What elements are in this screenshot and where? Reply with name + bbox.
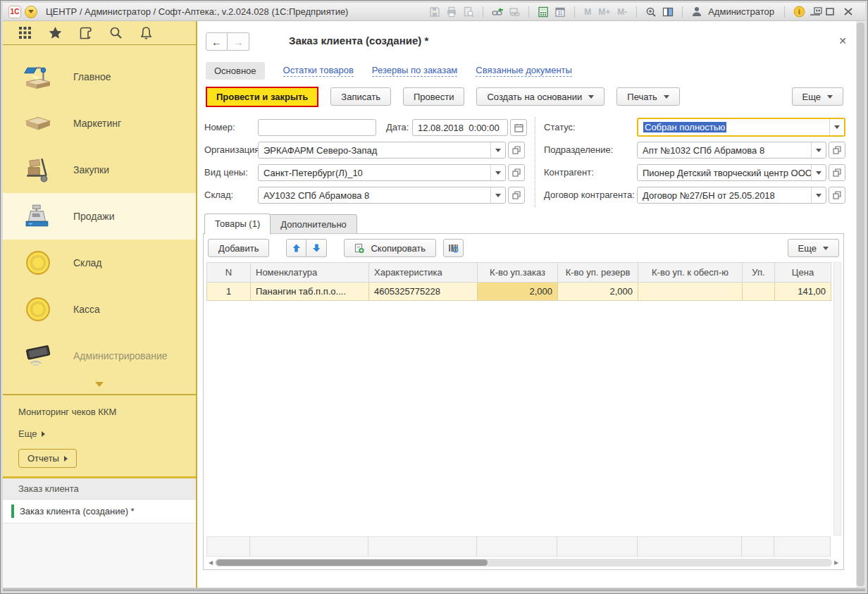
open-window-item[interactable]: Заказ клиента (создание) * (3, 500, 196, 524)
memory-minus-button[interactable]: M- (615, 7, 629, 17)
department-combo[interactable]: Апт №1032 СПб Абрамова 8 (637, 142, 826, 159)
print-preview-icon[interactable] (461, 5, 476, 19)
cell-kvo-rezerv[interactable]: 2,000 (558, 283, 638, 301)
col-nomenklatura[interactable]: Номенклатура (251, 263, 369, 283)
organization-open-button[interactable] (508, 142, 525, 159)
dropdown-button[interactable] (490, 165, 505, 180)
sections-collapse-chevron[interactable] (3, 379, 196, 387)
barcode-scan-button[interactable] (443, 239, 464, 257)
create-based-on-button[interactable]: Создать на основании (476, 87, 604, 106)
col-kvo-rezerv[interactable]: К-во уп. резерв (558, 263, 638, 283)
dock-window-icon[interactable] (809, 5, 823, 19)
split-window-icon[interactable] (661, 5, 675, 19)
date-calendar-button[interactable] (510, 119, 527, 136)
tab-tovary[interactable]: Товары (1) (204, 214, 271, 235)
menu-grid-icon[interactable] (17, 25, 32, 41)
items-more-button[interactable]: Еще (788, 239, 839, 257)
write-button[interactable]: Записать (330, 87, 391, 106)
scrollbar-thumb[interactable] (216, 559, 488, 566)
print-icon[interactable] (445, 5, 459, 19)
notifications-bell-icon[interactable] (138, 25, 154, 41)
close-form-icon[interactable]: ✕ (838, 35, 847, 47)
dropdown-button[interactable] (811, 142, 826, 158)
scrollbar-track[interactable] (215, 559, 832, 567)
cell-n[interactable]: 1 (207, 283, 251, 301)
col-kvo-zakaz[interactable]: К-во уп.заказ (478, 263, 558, 283)
table-row[interactable]: 1 Панангин таб.п.п.о.... 4605325775228 2… (207, 283, 831, 301)
col-up[interactable]: Уп. (743, 263, 775, 283)
reports-button[interactable]: Отчеты (18, 449, 77, 468)
post-button[interactable]: Провести (403, 87, 465, 106)
search-icon[interactable] (108, 25, 123, 41)
table-horizontal-scrollbar[interactable]: ◀ ▶ (206, 558, 841, 567)
tab-rezervy-po-zakazam[interactable]: Резервы по заказам (372, 65, 457, 77)
sidebar-more-link[interactable]: Еще (18, 428, 196, 439)
contract-combo[interactable]: Договор №27/БН от 25.05.2018 (637, 187, 826, 204)
counterparty-combo[interactable]: Пионер Детский творческий центр ООО (637, 164, 826, 181)
zoom-icon[interactable] (644, 5, 658, 19)
cell-kharakteristika[interactable]: 4605325775228 (369, 283, 478, 301)
info-icon[interactable]: i (792, 5, 806, 19)
cell-kvo-obespechenie[interactable] (638, 283, 743, 301)
forward-button[interactable]: → (228, 32, 249, 51)
close-icon[interactable] (844, 8, 860, 16)
monitoring-link[interactable]: Мониторинг чеков ККМ (18, 407, 196, 417)
add-link-icon[interactable] (490, 5, 504, 19)
move-up-button[interactable] (286, 239, 306, 257)
number-input[interactable] (258, 119, 376, 136)
scroll-left-arrow-icon[interactable]: ◀ (206, 558, 215, 567)
maximize-icon[interactable] (826, 8, 841, 16)
date-input[interactable]: 12.08.2018 0:00:00 (412, 119, 508, 136)
calendar-icon[interactable]: 31 (553, 5, 567, 19)
tab-ostatki-tovarov[interactable]: Остатки товаров (283, 65, 354, 77)
dropdown-button[interactable] (811, 187, 826, 203)
price-type-open-button[interactable] (508, 164, 525, 181)
table-vertical-scrollbar[interactable] (833, 262, 841, 536)
cell-up[interactable] (743, 283, 775, 301)
post-and-close-button[interactable]: Провести и закрыть (206, 87, 318, 107)
move-down-button[interactable] (306, 239, 327, 257)
col-kharakteristika[interactable]: Характеристика (369, 263, 478, 283)
tab-osnovnoe[interactable]: Основное (206, 62, 265, 80)
sidebar-item-zakupki[interactable]: Закупки (3, 147, 196, 193)
scrollbar-thumb[interactable] (857, 23, 864, 586)
print-button[interactable]: Печать (616, 87, 680, 106)
memory-plus-button[interactable]: M+ (596, 7, 612, 17)
more-commands-button[interactable]: Еще (792, 87, 843, 106)
sidebar-item-prodazhi[interactable]: Продажи (3, 193, 196, 240)
dropdown-button[interactable] (490, 187, 505, 203)
tab-dopolnitelno[interactable]: Дополнительно (271, 214, 357, 235)
back-button[interactable]: ← (206, 32, 228, 51)
main-menu-button[interactable] (25, 6, 37, 18)
cell-tsena[interactable]: 141,00 (775, 283, 831, 301)
col-kvo-obespechenie[interactable]: К-во уп. к обесп-ю (638, 263, 743, 283)
form-vertical-scrollbar[interactable] (856, 21, 865, 588)
col-tsena[interactable]: Цена (775, 263, 831, 283)
col-n[interactable]: N (207, 263, 251, 283)
dropdown-button[interactable] (829, 119, 844, 135)
price-type-combo[interactable]: Санкт-Петербург(Л)_10 (258, 164, 506, 181)
contract-open-button[interactable] (829, 187, 845, 204)
sidebar-item-kassa[interactable]: Касса (3, 286, 196, 333)
add-row-button[interactable]: Добавить (208, 239, 269, 257)
save-icon[interactable] (428, 5, 442, 19)
department-open-button[interactable] (829, 142, 845, 159)
scroll-right-arrow-icon[interactable]: ▶ (832, 558, 841, 567)
organization-combo[interactable]: ЭРКАФАРМ Северо-Запад (258, 142, 506, 159)
dropdown-button[interactable] (490, 142, 505, 158)
counterparty-open-button[interactable] (829, 164, 845, 181)
dropdown-button[interactable] (811, 165, 826, 180)
favorites-star-icon[interactable] (47, 25, 63, 41)
cell-kvo-zakaz[interactable]: 2,000 (478, 283, 558, 301)
memory-button[interactable]: M (582, 7, 593, 17)
cell-nomenklatura[interactable]: Панангин таб.п.п.о.... (251, 283, 369, 301)
sidebar-item-administrirovanie[interactable]: Администрирование (3, 333, 196, 379)
history-icon[interactable] (78, 25, 93, 41)
warehouse-open-button[interactable] (508, 187, 525, 204)
calculator-icon[interactable] (536, 5, 550, 19)
sidebar-item-marketing[interactable]: Маркетинг (3, 100, 196, 147)
tab-svyazannye-dokumenty[interactable]: Связанные документы (476, 65, 572, 77)
sidebar-item-sklad[interactable]: Склад (3, 240, 196, 286)
copy-row-button[interactable]: Скопировать (344, 239, 436, 257)
current-user-label[interactable]: Администратор (708, 6, 774, 17)
